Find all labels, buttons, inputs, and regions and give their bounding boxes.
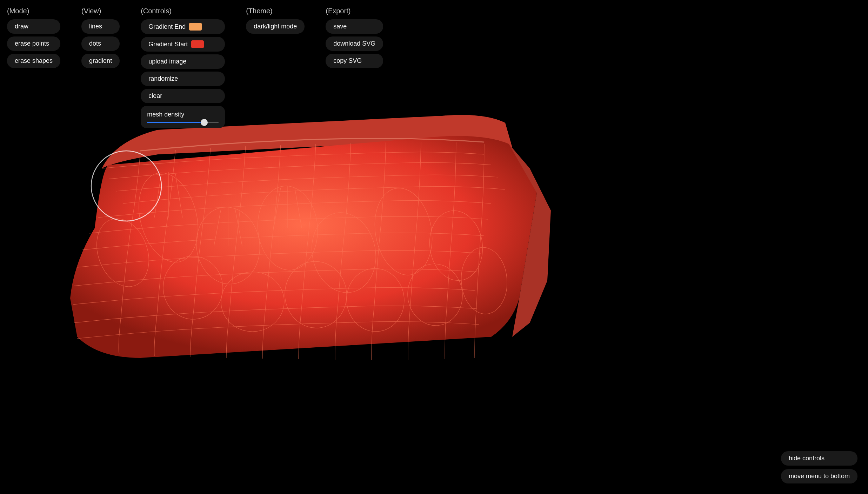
gradient-end-button[interactable]: Gradient End [141, 19, 225, 34]
export-group: (Export) save download SVG copy SVG [326, 7, 383, 128]
mesh-density-container: mesh density [141, 106, 225, 128]
dots-button[interactable]: dots [81, 36, 120, 51]
erase-shapes-button[interactable]: erase shapes [7, 54, 60, 68]
controls-panel: (Mode) draw erase points erase shapes (V… [7, 7, 383, 128]
draw-button[interactable]: draw [7, 19, 60, 34]
theme-group: (Theme) dark/light mode [246, 7, 305, 128]
erase-points-button[interactable]: erase points [7, 36, 60, 51]
lines-button[interactable]: lines [81, 19, 120, 34]
randomize-button[interactable]: randomize [141, 72, 225, 86]
copy-svg-button[interactable]: copy SVG [326, 54, 383, 68]
controls-label: (Controls) [141, 7, 225, 15]
move-menu-button[interactable]: move menu to bottom [781, 469, 857, 483]
mesh-density-track[interactable] [147, 122, 219, 123]
mesh-density-fill [147, 122, 206, 123]
mode-label: (Mode) [7, 7, 60, 15]
bottom-right-controls: hide controls move menu to bottom [781, 451, 857, 483]
theme-label: (Theme) [246, 7, 305, 15]
mesh-density-label: mesh density [147, 111, 219, 118]
gradient-end-label: Gradient End [148, 23, 186, 31]
controls-group: (Controls) Gradient End Gradient Start u… [141, 7, 225, 128]
gradient-start-swatch [191, 40, 204, 48]
mode-group: (Mode) draw erase points erase shapes [7, 7, 60, 128]
download-svg-button[interactable]: download SVG [326, 36, 383, 51]
clear-button[interactable]: clear [141, 89, 225, 103]
upload-image-button[interactable]: upload image [141, 54, 225, 69]
view-group: (View) lines dots gradient [81, 7, 120, 128]
view-label: (View) [81, 7, 120, 15]
dark-light-button[interactable]: dark/light mode [246, 19, 305, 34]
save-button[interactable]: save [326, 19, 383, 34]
hide-controls-button[interactable]: hide controls [781, 451, 857, 466]
gradient-end-swatch [189, 23, 202, 31]
mesh-density-thumb[interactable] [201, 119, 208, 126]
gradient-button[interactable]: gradient [81, 54, 120, 68]
gradient-start-label: Gradient Start [148, 41, 188, 48]
gradient-start-button[interactable]: Gradient Start [141, 37, 225, 52]
export-label: (Export) [326, 7, 383, 15]
